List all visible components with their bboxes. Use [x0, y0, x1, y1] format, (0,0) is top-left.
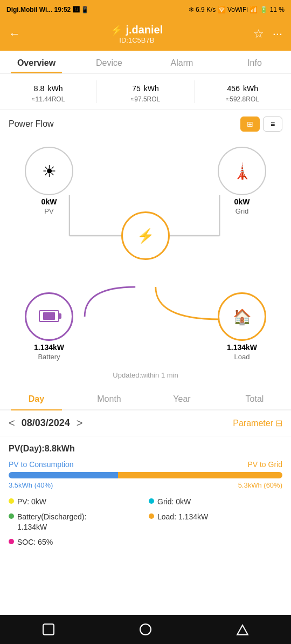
tab-device[interactable]: Device — [73, 51, 146, 73]
device-id: ID:1C5B7B — [110, 36, 163, 44]
soc-dot — [9, 539, 14, 544]
power-flow-diagram: ☀ 0kW PV 🗼 0kW Grid ⚡ — [9, 136, 282, 368]
grid-legend-text: Grid: 0kW — [157, 497, 191, 508]
bottom-nav — [0, 615, 291, 644]
bar-right-value: 5.3kWh (60%) — [238, 481, 282, 489]
node-load: 🏠 1.134kW Load — [218, 292, 266, 361]
nav-circle-button[interactable] — [138, 622, 153, 637]
bar-fill-grid — [118, 472, 282, 478]
legend-pv: PV: 0kW — [9, 497, 142, 508]
main-tabs: Overview Device Alarm Info — [0, 51, 291, 74]
bar-left-label: PV to Consumption — [9, 460, 74, 469]
soc-legend-text: SOC: 65% — [17, 537, 53, 548]
node-grid: 🗼 0kW Grid — [218, 147, 266, 215]
parameter-button[interactable]: Parameter ⊟ — [233, 418, 282, 428]
battery-legend-text: Battery(Discharged): 1.134kW — [17, 512, 86, 533]
tab-info[interactable]: Info — [218, 51, 291, 73]
back-button[interactable]: ← — [9, 27, 20, 41]
stat-total: 456 kWh ≈592.8ROL — [195, 80, 291, 103]
legend-soc: SOC: 65% — [9, 537, 142, 548]
tab-alarm[interactable]: Alarm — [146, 51, 218, 73]
svg-point-6 — [140, 624, 151, 635]
battery-dot — [9, 513, 14, 519]
bar-right-label: PV to Grid — [247, 460, 282, 469]
energy-bar-section: PV to Consumption PV to Grid 3.5kWh (40%… — [9, 460, 282, 489]
filter-icon: ⊟ — [275, 418, 282, 428]
carrier-time: Digi.Mobil Wi... 19:52 🅽 📱 — [6, 6, 89, 13]
more-button[interactable]: ··· — [273, 27, 282, 41]
prev-date-button[interactable]: < — [9, 417, 15, 429]
status-icons: ❄ 6.9 K/s 🛜 VoWiFi 📶 🔋 11 % — [189, 6, 285, 13]
time-tab-day[interactable]: Day — [0, 387, 73, 409]
load-dot — [149, 513, 154, 519]
next-date-button[interactable]: > — [77, 417, 83, 429]
grid-dot — [149, 498, 154, 504]
bar-left-value: 3.5kWh (40%) — [9, 481, 53, 489]
view-list-button[interactable]: ≡ — [263, 117, 282, 132]
power-flow-section: Power Flow ⊞ ≡ ☀ 0kW PV — [0, 110, 291, 387]
current-date: 08/03/2024 — [22, 417, 70, 429]
power-flow-title: Power Flow — [9, 119, 54, 129]
time-tab-total[interactable]: Total — [218, 387, 291, 409]
energy-bar — [9, 472, 282, 478]
date-navigator: < 08/03/2024 > Parameter ⊟ — [0, 410, 291, 436]
device-name: ⚡ j.daniel — [110, 24, 163, 36]
legend-battery: Battery(Discharged): 1.134kW — [9, 512, 142, 533]
stat-month: 75 kWh ≈97.5ROL — [97, 80, 194, 103]
legend-grid: Grid: 0kW — [149, 497, 282, 508]
time-tab-year[interactable]: Year — [146, 387, 218, 409]
node-pv: ☀ 0kW PV — [25, 147, 73, 215]
pv-day-title: PV(Day):8.8kWh — [9, 444, 282, 454]
pv-dot — [9, 498, 14, 504]
legend-grid: PV: 0kW Grid: 0kW Battery(Discharged): 1… — [9, 497, 282, 556]
updated-text: Updated:within 1 min — [9, 368, 282, 387]
nav-square-button[interactable] — [41, 622, 56, 637]
pv-day-section: PV(Day):8.8kWh PV to Consumption PV to G… — [0, 436, 291, 556]
bar-fill-consumption — [9, 472, 118, 478]
svg-marker-7 — [237, 625, 248, 635]
legend-load: Load: 1.134kW — [149, 512, 282, 533]
node-battery: 65 1.134kW Battery — [25, 292, 73, 361]
load-legend-text: Load: 1.134kW — [157, 512, 208, 523]
header: ← ⚡ j.daniel ID:1C5B7B ☆ ··· — [0, 19, 291, 51]
pv-legend-text: PV: 0kW — [17, 497, 46, 508]
stat-today: 8.8 kWh ≈11.44ROL — [0, 80, 97, 103]
time-tab-month[interactable]: Month — [73, 387, 146, 409]
node-inverter: ⚡ — [121, 211, 170, 260]
stats-row: 8.8 kWh ≈11.44ROL 75 kWh ≈97.5ROL 456 kW… — [0, 74, 291, 110]
tab-overview[interactable]: Overview — [0, 51, 73, 73]
status-bar: Digi.Mobil Wi... 19:52 🅽 📱 ❄ 6.9 K/s 🛜 V… — [0, 0, 291, 19]
view-grid-button[interactable]: ⊞ — [240, 117, 260, 132]
svg-rect-5 — [43, 624, 54, 635]
nav-back-button[interactable] — [235, 622, 250, 637]
favorite-button[interactable]: ☆ — [253, 27, 264, 41]
time-tabs: Day Month Year Total — [0, 387, 291, 410]
